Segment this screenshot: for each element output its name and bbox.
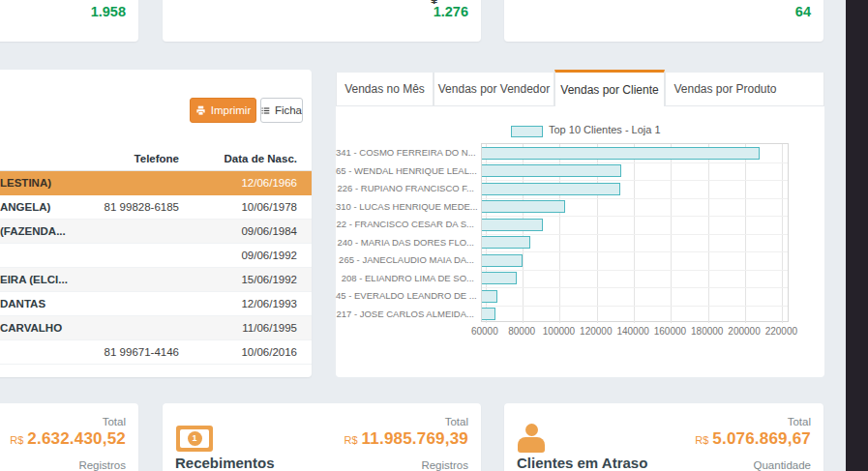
tab-vendas-por-vendedor[interactable]: Vendas por Vendedor	[434, 73, 554, 106]
chart-category-labels: 341 - COSMO FERREIRA DO N...65 - WENDAL …	[336, 143, 478, 322]
tab-vendas-no-mês[interactable]: Vendas no Mês	[336, 73, 434, 106]
stat-value: 1.958	[91, 4, 126, 19]
chart-bar	[482, 236, 530, 249]
chart-bar	[482, 308, 495, 320]
sidebar-dark-strip	[846, 0, 868, 471]
chart-bar	[482, 290, 497, 303]
stat-label: Vendas	[432, 0, 468, 1]
cell-phone: 81 99671-4146	[77, 340, 179, 364]
count-label: Quantidade	[754, 459, 811, 471]
list-icon	[261, 105, 270, 116]
stat-value: 1.276	[434, 4, 468, 19]
stat-value: 64	[795, 4, 811, 19]
chart-bar	[482, 164, 621, 177]
category-label: 226 - RUPIANO FRANCISCO F...	[336, 183, 474, 193]
table-row[interactable]: ANGELA)81 99828-618510/06/1978	[0, 195, 312, 220]
card-title: Clientes em Atraso	[517, 455, 647, 471]
printer-icon	[195, 105, 206, 116]
table-row[interactable]: LESTINA)12/06/1966	[0, 171, 312, 195]
imprimir-label: Imprimir	[211, 104, 252, 116]
row-gridline	[482, 234, 788, 235]
chart-bar	[482, 272, 517, 284]
cell-date: 09/06/1992	[189, 244, 297, 267]
cell-date: 11/06/1995	[189, 316, 297, 339]
amount-value: 2.632.430,52	[27, 429, 126, 449]
row-gridline	[482, 287, 788, 288]
cell-name: CARVALHO	[0, 316, 62, 339]
row-gridline	[482, 198, 788, 199]
count-label: Registros	[421, 459, 468, 471]
person-icon	[518, 424, 545, 453]
row-gridline	[482, 180, 788, 181]
currency-prefix: R$	[10, 434, 23, 446]
stat-label: Movimentos	[66, 0, 126, 1]
sales-tabbar: Vendas no MêsVendas por VendedorVendas p…	[336, 70, 824, 106]
chart-bar	[482, 200, 565, 213]
total-amount: R$ 11.985.769,39	[344, 429, 468, 449]
table-header: Telefone Data de Nasc.	[0, 147, 312, 171]
table-row[interactable]: 09/06/1992	[0, 244, 312, 268]
count-label: Registros	[78, 459, 126, 471]
cell-name: ANGELA)	[0, 195, 50, 219]
total-label: Total	[445, 416, 468, 427]
row-gridline	[482, 216, 788, 217]
chart-bar	[482, 147, 760, 160]
dashboard-screen: Movimentos 1.958 ¥ Vendas 1.276 Moviment…	[0, 0, 868, 471]
total-amount: R$ 5.076.869,67	[695, 429, 811, 449]
imprimir-button[interactable]: Imprimir	[190, 98, 256, 123]
x-tick-label: 220000	[752, 326, 810, 337]
cell-name: DANTAS	[0, 292, 45, 315]
chart-bar	[482, 183, 620, 195]
table-row[interactable]: 81 99671-414610/06/2016	[0, 340, 312, 365]
table-row[interactable]: (FAZENDA...09/06/1984	[0, 220, 312, 244]
ficha-button[interactable]: Ficha	[260, 98, 303, 123]
ficha-label: Ficha	[275, 104, 302, 116]
table-row[interactable]: EIRA (ELCI...15/06/1992	[0, 268, 312, 292]
stat-label: Movimentos	[751, 0, 811, 1]
category-label: 240 - MARIA DAS DORES FLO...	[336, 237, 474, 248]
cell-date: 10/06/2016	[189, 340, 297, 364]
tab-vendas-por-produto[interactable]: Vendas por Produto	[665, 73, 824, 106]
summary-card-1: Total R$ 2.632.430,52 Registros	[0, 403, 138, 471]
cell-date: 12/06/1993	[189, 292, 297, 315]
stat-card-movimentos-1: Movimentos 1.958	[0, 0, 138, 42]
cell-name: EIRA (ELCI...	[0, 268, 68, 291]
cell-phone: 81 99828-6185	[77, 195, 179, 219]
row-gridline	[482, 270, 788, 271]
column-header-data-nasc: Data de Nasc.	[189, 147, 297, 171]
summary-card-recebimentos: 1 Recebimentos Total R$ 11.985.769,39 Re…	[163, 403, 481, 471]
stat-card-vendas: ¥ Vendas 1.276	[163, 0, 481, 42]
category-label: 217 - JOSE CARLOS ALMEIDA...	[336, 309, 474, 319]
table-row[interactable]: DANTAS12/06/1993	[0, 292, 312, 316]
category-label: 265 - JANECLAUDIO MAIA DA...	[336, 254, 474, 265]
category-label: 45 - EVERALDO LEANDRO DE ...	[336, 290, 474, 301]
amount-value: 11.985.769,39	[362, 429, 468, 449]
total-amount: R$ 2.632.430,52	[10, 429, 126, 449]
row-gridline	[482, 251, 788, 252]
chart-plot-area	[481, 143, 789, 322]
tab-vendas-por-cliente[interactable]: Vendas por Cliente	[554, 70, 665, 106]
legend-swatch	[511, 126, 543, 137]
summary-card-clientes-atraso: Clientes em Atraso Total R$ 5.076.869,67…	[504, 403, 823, 471]
cell-name: LESTINA)	[0, 171, 51, 194]
table-row[interactable]: CARVALHO11/06/1995	[0, 316, 312, 340]
chart-bar	[482, 254, 523, 267]
legend-label: Top 10 Clientes - Loja 1	[549, 124, 661, 135]
currency-prefix: R$	[344, 434, 358, 446]
stat-card-movimentos-2: Movimentos 64	[504, 0, 823, 42]
cell-date: 15/06/1992	[189, 268, 297, 291]
money-icon: 1	[176, 426, 213, 452]
sales-chart-panel: Top 10 Clientes - Loja 1 341 - COSMO FER…	[336, 106, 824, 377]
category-label: 341 - COSMO FERREIRA DO N...	[336, 147, 474, 158]
cell-date: 10/06/1978	[189, 195, 297, 219]
cell-name: (FAZENDA...	[0, 220, 66, 243]
total-label: Total	[788, 416, 811, 427]
cell-date: 09/06/1984	[189, 220, 297, 243]
total-label: Total	[103, 416, 126, 427]
chart-bar	[482, 219, 543, 231]
category-label: 65 - WENDAL HENRIQUE LEAL...	[336, 165, 474, 176]
category-label: 22 - FRANCISCO CESAR DA S...	[336, 219, 474, 229]
column-header-telefone: Telefone	[77, 147, 179, 171]
amount-value: 5.076.869,67	[712, 429, 811, 449]
row-gridline	[482, 306, 788, 307]
